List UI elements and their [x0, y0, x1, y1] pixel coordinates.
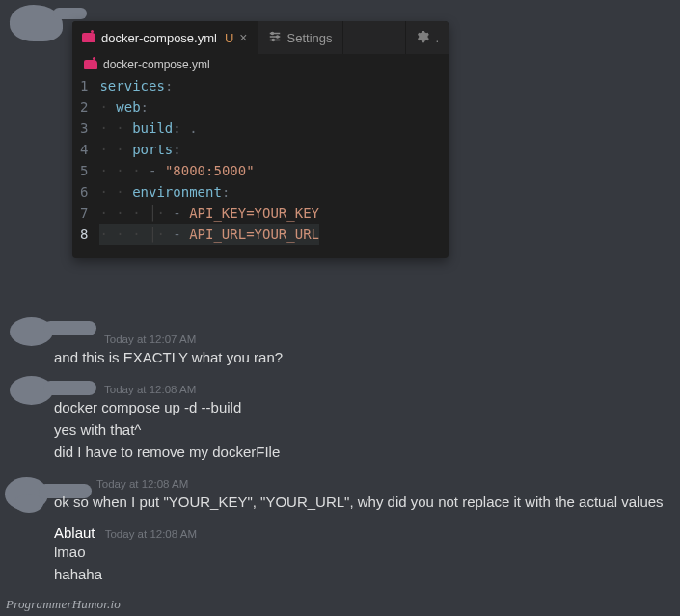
timestamp: Today at 12:07 AM — [104, 334, 196, 345]
tab-filename: docker-compose.yml — [101, 31, 217, 45]
message-text: hahaha — [54, 563, 668, 585]
message-text: did I have to remove my dockerFIle — [54, 441, 668, 463]
message-text: docker compose up -d --build — [54, 396, 668, 418]
message-text: yes with that^ — [54, 418, 668, 441]
message-group: Today at 12:07 AM and this is EXACTLY wh… — [50, 330, 668, 368]
editor-tab-bar: docker-compose.yml U × Settings . — [72, 21, 449, 54]
svg-point-0 — [271, 32, 273, 34]
timestamp: Today at 12:08 AM — [104, 384, 196, 395]
timestamp: Today at 12:08 AM — [105, 528, 197, 540]
chat-messages: Today at 12:07 AM and this is EXACTLY wh… — [50, 318, 668, 585]
code-editor-attachment: docker-compose.yml U × Settings . docker… — [72, 21, 449, 258]
message-text: and this is EXACTLY what you ran? — [54, 346, 668, 368]
redaction-scribble — [53, 8, 87, 19]
tab-docker-compose[interactable]: docker-compose.yml U × — [72, 21, 258, 54]
watermark: ProgrammerHumor.io — [6, 597, 121, 612]
message-group: Today at 12:08 AM docker compose up -d -… — [50, 380, 668, 463]
message-group: Ablaut Today at 12:08 AM lmao hahaha — [50, 524, 668, 585]
timestamp: Today at 12:08 AM — [96, 478, 188, 490]
message-text: lmao — [54, 541, 668, 563]
sliders-icon — [268, 30, 282, 46]
svg-point-1 — [276, 35, 278, 37]
redaction-scribble — [14, 494, 43, 513]
gear-icon — [416, 30, 429, 46]
code-body: services:· web:· · build: .· · ports:· ·… — [99, 75, 319, 245]
docker-whale-icon — [82, 33, 95, 42]
line-numbers: 12345678 — [72, 75, 99, 245]
tab-overflow[interactable]: . — [405, 21, 449, 54]
author-name[interactable]: Ablaut — [54, 524, 95, 541]
modified-indicator: U — [225, 31, 233, 45]
breadcrumb-filename: docker-compose.yml — [103, 58, 210, 71]
docker-whale-icon — [84, 60, 97, 69]
tab-settings-label: Settings — [287, 31, 333, 45]
code-block: 12345678 services:· web:· · build: .· · … — [72, 75, 449, 258]
message-text: ok so when I put "YOUR_KEY", "YOUR_URL",… — [54, 491, 668, 513]
svg-point-2 — [272, 39, 274, 40]
message-group: Today at 12:08 AM ok so when I put "YOUR… — [50, 474, 668, 513]
tab-settings[interactable]: Settings — [258, 21, 343, 54]
close-icon[interactable]: × — [239, 30, 247, 45]
breadcrumb: docker-compose.yml — [72, 54, 449, 75]
